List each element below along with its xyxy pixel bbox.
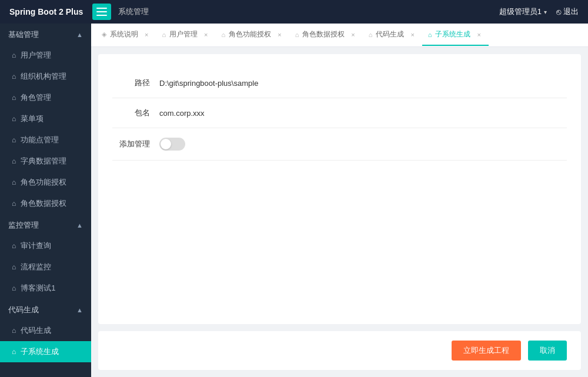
tab-user-label: 用户管理 [169, 29, 198, 39]
form-row-pkg: 包名 com.corp.xxx [112, 98, 567, 128]
tab-subsys-gen[interactable]: ⌂ 子系统生成 × [422, 25, 489, 46]
house-icon: ⌂ [12, 115, 16, 123]
sidebar-item-label: 功能点管理 [21, 135, 59, 145]
sidebar-item-role-func[interactable]: ⌂ 角色功能授权 [0, 172, 91, 193]
sidebar-item-menu-mgmt[interactable]: ⌂ 菜单项 [0, 108, 91, 129]
tab-subsys-gen-icon: ⌂ [428, 31, 432, 38]
toggle-track [159, 138, 185, 151]
house-icon: ⌂ [12, 178, 16, 186]
sidebar-item-label: 子系统生成 [21, 346, 59, 357]
sidebar-item-label: 代码生成 [21, 325, 51, 336]
sidebar-item-org-mgmt[interactable]: ⌂ 组织机构管理 [0, 66, 91, 87]
sidebar-item-label: 角色数据授权 [21, 198, 66, 209]
sidebar-item-subsys-gen[interactable]: ⌂ 子系统生成 [0, 341, 91, 362]
logout-icon: ⎋ [556, 7, 561, 16]
house-icon: ⌂ [12, 94, 16, 102]
action-bar: 立即生成工程 取消 [98, 331, 581, 370]
tab-user-close[interactable]: × [202, 31, 209, 39]
tab-code-gen[interactable]: ⌂ 代码生成 × [363, 25, 422, 46]
house-icon: ⌂ [12, 263, 16, 271]
sidebar-group-codegen-arrow: ▲ [76, 306, 83, 313]
app-logo: Spring Boot 2 Plus [9, 7, 83, 16]
tab-sysinfo-close[interactable]: × [143, 31, 150, 39]
sidebar-group-codegen-label: 代码生成 [8, 305, 39, 315]
sidebar-item-blog1[interactable]: ⌂ 博客测试1 [0, 278, 91, 299]
sidebar-item-label: 角色功能授权 [21, 177, 66, 188]
form-row-path: 路径 D:\git\springboot-plus\sample [112, 68, 567, 98]
tab-role-data[interactable]: ⌂ 角色数据授权 × [289, 25, 363, 46]
tab-role-data-label: 角色数据授权 [302, 29, 345, 39]
sidebar-group-monitor[interactable]: 监控管理 ▲ [0, 214, 91, 235]
form-row-add: 添加管理 [112, 128, 567, 161]
topbar: Spring Boot 2 Plus 系统管理 超级管理员1 ▾ ⎋ 退出 [0, 0, 588, 24]
sidebar-item-user-mgmt[interactable]: ⌂ 用户管理 [0, 45, 91, 66]
user-menu-button[interactable]: 超级管理员1 ▾ [499, 6, 547, 17]
user-chevron-icon: ▾ [544, 9, 547, 15]
logout-label: 退出 [563, 6, 579, 17]
content-area: 路径 D:\git\springboot-plus\sample 包名 com.… [98, 54, 581, 324]
house-icon: ⌂ [12, 284, 16, 292]
tab-user-mgmt[interactable]: ⌂ 用户管理 × [156, 25, 215, 46]
path-value: D:\git\springboot-plus\sample [159, 79, 567, 88]
tab-sysinfo-icon: ◈ [102, 31, 106, 38]
sidebar-group-basic[interactable]: 基础管理 ▲ [0, 24, 91, 45]
sidebar-item-func-mgmt[interactable]: ⌂ 功能点管理 [0, 129, 91, 151]
tab-subsys-gen-label: 子系统生成 [435, 29, 470, 39]
sidebar-item-label: 组织机构管理 [21, 71, 66, 82]
pkg-value: com.corp.xxx [159, 109, 567, 118]
path-label: 路径 [112, 78, 159, 88]
tab-subsys-gen-close[interactable]: × [475, 31, 482, 39]
generate-button[interactable]: 立即生成工程 [452, 341, 521, 361]
sidebar-item-code-gen[interactable]: ⌂ 代码生成 [0, 320, 91, 341]
pkg-label: 包名 [112, 108, 159, 118]
sidebar-item-role-data[interactable]: ⌂ 角色数据授权 [0, 193, 91, 214]
sidebar-item-flow[interactable]: ⌂ 流程监控 [0, 256, 91, 278]
main-content: ◈ 系统说明 × ⌂ 用户管理 × ⌂ 角色功能授权 × ⌂ 角色数据授权 × … [91, 24, 588, 377]
tab-role-data-icon: ⌂ [295, 31, 299, 38]
sidebar: 基础管理 ▲ ⌂ 用户管理 ⌂ 组织机构管理 ⌂ 角色管理 ⌂ 菜单项 ⌂ 功能… [0, 24, 91, 377]
menu-toggle-button[interactable] [92, 4, 111, 20]
tab-code-gen-label: 代码生成 [376, 29, 404, 39]
house-icon: ⌂ [12, 242, 16, 250]
layout: 基础管理 ▲ ⌂ 用户管理 ⌂ 组织机构管理 ⌂ 角色管理 ⌂ 菜单项 ⌂ 功能… [0, 24, 588, 377]
add-management-toggle[interactable] [159, 138, 185, 151]
sidebar-item-label: 博客测试1 [21, 283, 55, 293]
sidebar-item-audit[interactable]: ⌂ 审计查询 [0, 235, 91, 256]
tab-role-data-close[interactable]: × [349, 31, 356, 39]
sidebar-group-monitor-label: 监控管理 [8, 220, 39, 231]
tabs-bar: ◈ 系统说明 × ⌂ 用户管理 × ⌂ 角色功能授权 × ⌂ 角色数据授权 × … [91, 24, 588, 47]
topbar-right: 超级管理员1 ▾ ⎋ 退出 [499, 6, 579, 17]
sidebar-item-label: 角色管理 [21, 92, 51, 103]
sidebar-item-label: 菜单项 [21, 114, 44, 124]
house-icon: ⌂ [12, 199, 16, 208]
sidebar-group-basic-label: 基础管理 [8, 29, 39, 40]
sidebar-item-role-mgmt[interactable]: ⌂ 角色管理 [0, 87, 91, 108]
house-icon: ⌂ [12, 136, 16, 144]
sidebar-item-label: 审计查询 [21, 241, 51, 251]
user-label: 超级管理员1 [499, 6, 542, 17]
tab-role-func-label: 角色功能授权 [229, 29, 271, 39]
sidebar-group-monitor-arrow: ▲ [76, 222, 83, 229]
house-icon: ⌂ [12, 72, 16, 81]
tab-user-icon: ⌂ [162, 31, 166, 38]
topbar-nav-label: 系统管理 [118, 6, 149, 17]
sidebar-group-codegen[interactable]: 代码生成 ▲ [0, 299, 91, 320]
sidebar-item-dict-mgmt[interactable]: ⌂ 字典数据管理 [0, 151, 91, 172]
house-icon: ⌂ [12, 348, 16, 356]
tab-role-func-close[interactable]: × [276, 31, 283, 39]
sidebar-item-label: 字典数据管理 [21, 156, 66, 166]
add-label: 添加管理 [112, 139, 159, 149]
tab-sysinfo[interactable]: ◈ 系统说明 × [96, 25, 156, 46]
house-icon: ⌂ [12, 157, 16, 165]
tab-code-gen-close[interactable]: × [409, 31, 416, 39]
cancel-button[interactable]: 取消 [528, 341, 567, 361]
house-icon: ⌂ [12, 326, 16, 335]
tab-role-func[interactable]: ⌂ 角色功能授权 × [216, 25, 289, 46]
house-icon: ⌂ [12, 51, 16, 59]
sidebar-item-label: 流程监控 [21, 262, 51, 272]
sidebar-item-label: 用户管理 [21, 50, 51, 61]
tab-role-func-icon: ⌂ [222, 31, 226, 38]
tab-code-gen-icon: ⌂ [369, 31, 373, 38]
sidebar-group-basic-arrow: ▲ [76, 31, 83, 38]
logout-button[interactable]: ⎋ 退出 [556, 6, 579, 17]
